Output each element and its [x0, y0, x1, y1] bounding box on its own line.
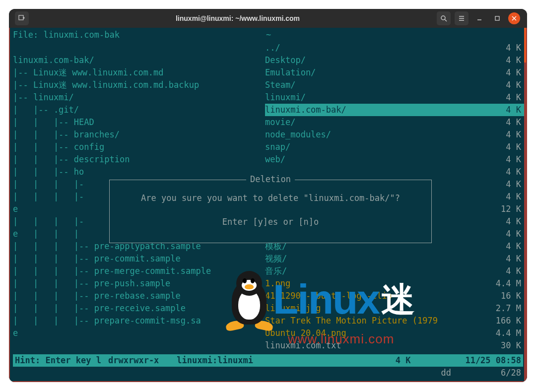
tree-line: |-- linuxmi/	[13, 91, 261, 104]
file-date: 11/25 08:58	[465, 354, 521, 367]
file-row[interactable]: 4 K	[265, 166, 524, 178]
file-row[interactable]: 视频/4 K	[265, 253, 524, 265]
file-size: 4 K	[491, 54, 521, 66]
svg-rect-9	[495, 16, 499, 20]
menu-button[interactable]	[455, 11, 469, 25]
file-size: 166 K	[491, 315, 521, 327]
file-size: 4 K	[491, 42, 521, 54]
tree-line: | | | |-- pre-merge-commit.sample	[13, 265, 261, 277]
tree-line: | | | |-- pre-commit.sample	[13, 253, 261, 265]
file-row[interactable]: Desktop/4 K	[265, 54, 524, 66]
file-name: 音乐/	[265, 265, 287, 277]
watermark-url: www.linuxmi.com	[288, 333, 394, 345]
file-row[interactable]: Steam/4 K	[265, 79, 524, 91]
file-size: 4 K	[396, 354, 411, 367]
file-row[interactable]: 1.png4.4 M	[265, 277, 524, 290]
tree-line	[13, 42, 261, 54]
file-size: 16 K	[491, 290, 521, 302]
file-row[interactable]: linuxmi.jpg2.7 M	[265, 302, 524, 315]
terminal-area[interactable]: File: linuxmi.com-bak ~ linuxmi.com-bak/…	[9, 28, 527, 382]
new-tab-button[interactable]	[15, 11, 29, 25]
file-row[interactable]: node_modules/4 K	[265, 129, 524, 141]
mode-indicator: dd	[441, 367, 451, 379]
file-name: Steam/	[265, 79, 295, 91]
tree-line: | | |-- ho	[13, 166, 261, 178]
dialog-message: Are you sure you want to delete "linuxmi…	[110, 186, 431, 210]
file-size: 4 K	[491, 240, 521, 253]
file-row[interactable]: web/4 K	[265, 153, 524, 166]
tree-line: e	[13, 327, 261, 339]
search-button[interactable]	[437, 11, 451, 25]
file-size: 4 K	[491, 79, 521, 91]
file-name: linuxmi.jpg	[265, 302, 321, 315]
file-size: 4 K	[491, 265, 521, 277]
file-name: ../	[265, 42, 280, 54]
permissions: drwxrwxr-x	[108, 354, 159, 367]
file-name: 视频/	[265, 253, 287, 265]
svg-point-3	[441, 16, 445, 20]
file-size: 4 K	[491, 166, 521, 178]
dialog-prompt[interactable]: Enter [y]es or [n]o	[110, 210, 431, 234]
owner-group: linuxmi:linuxmi	[177, 354, 253, 367]
dialog-title: Deletion	[246, 173, 295, 186]
file-size: 4 K	[491, 129, 521, 141]
file-size: 4 K	[491, 91, 521, 104]
scrollbar-thumb[interactable]	[524, 28, 526, 63]
tree-line: | | |-- description	[13, 153, 261, 166]
tree-line: | | | |-- prepare-commit-msg.sa	[13, 315, 261, 327]
minimize-button[interactable]	[472, 11, 486, 25]
deletion-dialog: Deletion Are you sure you want to delete…	[109, 180, 432, 243]
position-indicator: 6/28	[501, 367, 521, 379]
file-name: Desktop/	[265, 54, 306, 66]
file-size: 4 K	[491, 215, 521, 228]
file-size: 12 K	[491, 203, 521, 215]
tree-line: | | | |-- pre-receive.sample	[13, 302, 261, 315]
tree-line: | | | |-- pre-rebase.sample	[13, 290, 261, 302]
file-size: 4 K	[491, 141, 521, 153]
tree-line: |-- Linux迷 www.linuxmi.com.md.backup	[13, 79, 261, 91]
file-row[interactable]: linuxmi.com-bak/4 K	[265, 104, 524, 116]
window-frame: linuxmi@linuxmi: ~/www.linuxmi.com File:…	[9, 9, 527, 382]
file-size: 4 K	[491, 104, 521, 116]
file-name: node_modules/	[265, 129, 331, 141]
tree-line: | | |-- branches/	[13, 129, 261, 141]
header-line: File: linuxmi.com-bak ~	[10, 28, 526, 41]
titlebar: linuxmi@linuxmi: ~/www.linuxmi.com	[9, 9, 527, 28]
file-row[interactable]: ../4 K	[265, 42, 524, 54]
tree-line: | | |-- HEAD	[13, 116, 261, 129]
file-label: File:	[13, 29, 38, 41]
file-row[interactable]: 音乐/4 K	[265, 265, 524, 277]
tree-line: |-- Linux迷 www.linuxmi.com.md	[13, 66, 261, 79]
svg-line-4	[445, 19, 447, 21]
close-icon	[512, 16, 517, 21]
file-name: snap/	[265, 141, 290, 153]
file-size: 4 K	[491, 178, 521, 191]
file-row[interactable]: Emulation/4 K	[265, 66, 524, 79]
file-size: 4 K	[491, 191, 521, 203]
scrollbar[interactable]	[524, 28, 526, 381]
file-size: 4 K	[491, 153, 521, 166]
status-bar: Hint: Enter key l drwxrwxr-x linuxmi:lin…	[13, 354, 523, 367]
file-row[interactable]: 41-12903-ubuntu-logo-clip16 K	[265, 290, 524, 302]
file-value: linuxmi.com-bak	[43, 29, 120, 41]
file-size: 4 K	[491, 66, 521, 79]
path-value: ~	[266, 29, 271, 41]
minimize-icon	[476, 15, 483, 22]
file-row[interactable]: Star Trek The Motion Picture (1979166 K	[265, 315, 524, 327]
maximize-button[interactable]	[490, 11, 504, 25]
file-name: movie/	[265, 116, 295, 129]
close-button[interactable]	[508, 12, 520, 24]
file-name: Star Trek The Motion Picture (1979	[265, 315, 438, 327]
file-row[interactable]: snap/4 K	[265, 141, 524, 153]
mode-bar: dd 6/28	[13, 367, 523, 379]
file-row[interactable]: linuxmi/4 K	[265, 91, 524, 104]
file-size: 4.4 M	[491, 327, 521, 339]
file-row[interactable]: movie/4 K	[265, 116, 524, 129]
tree-line: linuxmi.com-bak/	[13, 54, 261, 66]
search-icon	[440, 15, 447, 22]
file-size: 30 K	[491, 339, 521, 352]
file-name: linuxmi.com-bak/	[265, 104, 346, 116]
maximize-icon	[494, 15, 500, 21]
file-name: web/	[265, 153, 285, 166]
tree-line: | | |-- config	[13, 141, 261, 153]
